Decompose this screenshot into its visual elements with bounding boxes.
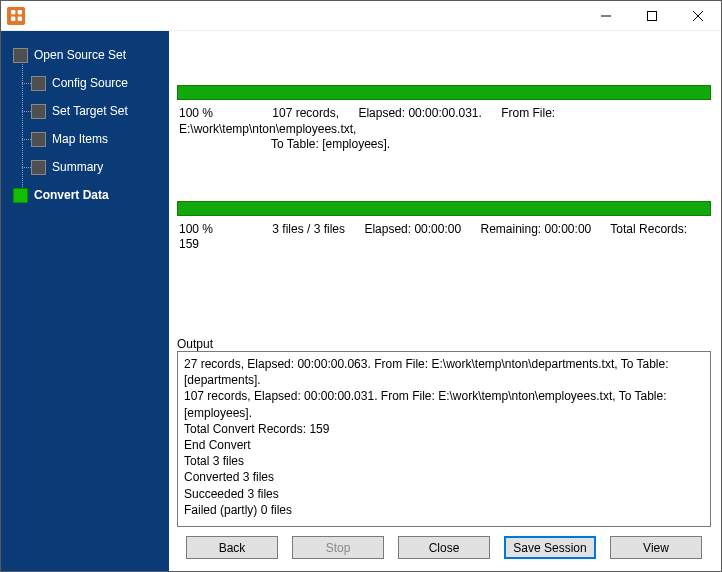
file-percent: 100 % bbox=[179, 106, 269, 122]
overall-progress-block: 100 % 3 files / 3 files Elapsed: 00:00:0… bbox=[177, 201, 711, 253]
output-line: Total 3 files bbox=[184, 453, 704, 469]
output-line: End Convert bbox=[184, 437, 704, 453]
svg-rect-3 bbox=[17, 17, 21, 21]
step-open-source-set[interactable]: Open Source Set bbox=[1, 41, 169, 69]
output-line: Failed (partly) 0 files bbox=[184, 502, 704, 518]
output-line: 107 records, Elapsed: 00:00:00.031. From… bbox=[184, 388, 704, 420]
output-log[interactable]: 27 records, Elapsed: 00:00:00.063. From … bbox=[177, 351, 711, 527]
titlebar bbox=[1, 1, 721, 31]
svg-rect-0 bbox=[11, 10, 15, 14]
step-label: Open Source Set bbox=[34, 48, 126, 62]
step-map-items[interactable]: Map Items bbox=[1, 125, 169, 153]
step-box-icon bbox=[31, 104, 46, 119]
step-set-target-set[interactable]: Set Target Set bbox=[1, 97, 169, 125]
file-to: To Table: [employees]. bbox=[271, 137, 711, 153]
minimize-button[interactable] bbox=[583, 1, 629, 31]
view-button[interactable]: View bbox=[610, 536, 702, 559]
overall-files: 3 files / 3 files bbox=[272, 222, 345, 236]
step-label: Set Target Set bbox=[52, 104, 128, 118]
step-label: Convert Data bbox=[34, 188, 109, 202]
file-records: 107 records, bbox=[272, 106, 339, 120]
overall-elapsed: Elapsed: 00:00:00 bbox=[364, 222, 461, 236]
step-box-icon bbox=[31, 132, 46, 147]
close-button[interactable]: Close bbox=[398, 536, 490, 559]
app-window: Open Source Set Config Source Set Target… bbox=[0, 0, 722, 572]
output-line: Converted 3 files bbox=[184, 469, 704, 485]
output-line: Total Convert Records: 159 bbox=[184, 421, 704, 437]
maximize-button[interactable] bbox=[629, 1, 675, 31]
overall-progress-bar bbox=[177, 201, 711, 216]
svg-rect-2 bbox=[11, 17, 15, 21]
wizard-step-tree: Open Source Set Config Source Set Target… bbox=[1, 41, 169, 209]
overall-percent: 100 % bbox=[179, 222, 269, 238]
svg-rect-1 bbox=[17, 10, 21, 14]
step-config-source[interactable]: Config Source bbox=[1, 69, 169, 97]
file-progress-block: 100 % 107 records, Elapsed: 00:00:00.031… bbox=[177, 85, 711, 153]
output-line: 27 records, Elapsed: 00:00:00.063. From … bbox=[184, 356, 704, 388]
overall-progress-stats: 100 % 3 files / 3 files Elapsed: 00:00:0… bbox=[177, 222, 711, 253]
button-row: Back Stop Close Save Session View bbox=[177, 527, 711, 563]
output-label: Output bbox=[177, 337, 711, 351]
step-label: Summary bbox=[52, 160, 103, 174]
step-box-icon bbox=[13, 188, 28, 203]
wizard-sidebar: Open Source Set Config Source Set Target… bbox=[1, 31, 169, 571]
main-panel: 100 % 107 records, Elapsed: 00:00:00.031… bbox=[169, 31, 721, 571]
step-summary[interactable]: Summary bbox=[1, 153, 169, 181]
file-progress-stats: 100 % 107 records, Elapsed: 00:00:00.031… bbox=[177, 106, 711, 153]
progress-area: 100 % 107 records, Elapsed: 00:00:00.031… bbox=[177, 39, 711, 301]
file-progress-bar bbox=[177, 85, 711, 100]
save-session-button[interactable]: Save Session bbox=[504, 536, 596, 559]
svg-rect-5 bbox=[648, 11, 657, 20]
back-button[interactable]: Back bbox=[186, 536, 278, 559]
overall-remaining: Remaining: 00:00:00 bbox=[480, 222, 591, 236]
file-elapsed: Elapsed: 00:00:00.031. bbox=[358, 106, 481, 120]
step-label: Config Source bbox=[52, 76, 128, 90]
step-box-icon bbox=[31, 160, 46, 175]
stop-button: Stop bbox=[292, 536, 384, 559]
step-box-icon bbox=[13, 48, 28, 63]
output-line: Succeeded 3 files bbox=[184, 486, 704, 502]
app-icon bbox=[7, 7, 25, 25]
step-convert-data[interactable]: Convert Data bbox=[1, 181, 169, 209]
close-window-button[interactable] bbox=[675, 1, 721, 31]
step-label: Map Items bbox=[52, 132, 108, 146]
step-box-icon bbox=[31, 76, 46, 91]
